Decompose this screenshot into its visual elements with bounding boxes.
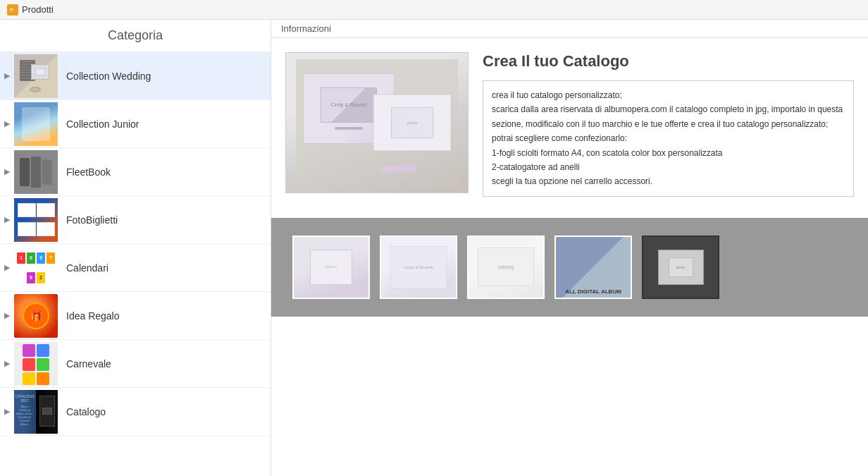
thumb-carnev [14, 342, 58, 386]
thumbnail-row: album Cindy & Ricardo [271, 218, 868, 317]
label-carnev: Carnevale [58, 353, 120, 375]
label-catalog: Catalogo [58, 401, 114, 423]
content-inner: Cindy & Ricardo photo [271, 38, 868, 317]
arrow-icon-carnev: ▶ [0, 340, 14, 387]
thumb-5-inner: photo [643, 237, 718, 298]
thumb-foto [14, 198, 58, 242]
arrow-icon-cal: ▶ [0, 244, 14, 291]
label-cal: Calendari [58, 257, 117, 279]
arrow-icon-fleet: ▶ [0, 148, 14, 195]
thumb-1-inner: album [294, 237, 368, 298]
arrow-icon-foto: ▶ [0, 196, 14, 243]
thumb-2[interactable]: Cindy & Ricardo [380, 236, 457, 299]
desc-line-3: potrai scegliere come confezionarlo: [492, 133, 627, 143]
thumb-5[interactable]: photo [642, 236, 719, 299]
arrow-icon-junior: ▶ [0, 100, 14, 147]
sidebar-item-carnev[interactable]: ▶ Carnevale [0, 340, 271, 388]
label-junior: Collection Junior [58, 113, 148, 135]
thumb-1[interactable]: album [292, 236, 370, 299]
sidebar: Categoria ▶ Collection Weddi [0, 20, 271, 476]
sidebar-item-cal[interactable]: ▶ 1 0 3 7 9 2 Calendari [0, 244, 271, 292]
sidebar-item-fleet[interactable]: ▶ FleetBook [0, 148, 271, 196]
thumb-2-inner: Cindy & Ricardo [381, 237, 456, 298]
main-layout: Categoria ▶ Collection Weddi [0, 20, 868, 476]
description-box: crea il tuo catalogo personalizzato; sca… [483, 80, 854, 197]
desc-line-1: crea il tuo catalogo personalizzato; [492, 90, 622, 100]
main-image: Cindy & Ricardo photo [285, 52, 469, 193]
label-idea: Idea Regalo [58, 305, 128, 327]
thumb-junior [14, 102, 58, 146]
sidebar-item-wedding[interactable]: ▶ Collection Wedding [0, 52, 271, 100]
thumb-3[interactable]: catalog [467, 236, 545, 299]
sidebar-item-catalog[interactable]: ▶ CATALOGO 2017 Album Wedding Album Juni… [0, 388, 271, 436]
thumb-3-inner: catalog [469, 237, 543, 298]
info-tab: Informazioni [271, 20, 868, 38]
top-bar: P Prodotti [0, 0, 868, 20]
digital-label: ALL DIGITAL ALBUM [556, 288, 631, 295]
desc-line-5: 2-catalogatore ad anelli [492, 162, 580, 172]
app-icon: P [7, 4, 18, 16]
thumb-4-inner: ALL DIGITAL ALBUM [556, 237, 631, 298]
section-title: Crea Il tuo Catalogo [483, 52, 854, 71]
thumb-fleet [14, 150, 58, 194]
main-section: Cindy & Ricardo photo [271, 38, 868, 211]
image-placeholder: Cindy & Ricardo photo [286, 53, 468, 193]
sidebar-item-foto[interactable]: ▶ FotoBiglietti [0, 196, 271, 244]
app-title: P Prodotti [7, 4, 54, 16]
thumb-idea: 🎁 [14, 294, 58, 338]
label-foto: FotoBiglietti [58, 209, 126, 231]
thumb-catalog: CATALOGO 2017 Album Wedding Album Junior… [14, 390, 58, 434]
arrow-icon-idea: ▶ [0, 292, 14, 339]
sidebar-header: Categoria [0, 20, 271, 52]
arrow-icon-catalog: ▶ [0, 388, 14, 435]
svg-text:P: P [10, 7, 13, 13]
thumb-wedding [14, 54, 58, 98]
sidebar-item-junior[interactable]: ▶ Collection Junior [0, 100, 271, 148]
thumb-4[interactable]: ALL DIGITAL ALBUM [554, 236, 632, 299]
label-fleet: FleetBook [58, 161, 119, 183]
desc-line-2: scarica dalla area riservata di albumope… [492, 104, 843, 128]
thumb-cal: 1 0 3 7 9 2 [14, 246, 58, 290]
desc-line-4: 1-fogli sciolti formato A4, con scatola … [492, 148, 723, 158]
label-wedding: Collection Wedding [58, 65, 159, 87]
arrow-icon-wedding: ▶ [0, 52, 14, 99]
desc-line-6: scegli la tua opzione nel carrello acces… [492, 176, 652, 186]
sidebar-item-idea[interactable]: ▶ 🎁 Idea Regalo [0, 292, 271, 340]
content-area: Informazioni Cindy & Ricardo [271, 20, 868, 476]
